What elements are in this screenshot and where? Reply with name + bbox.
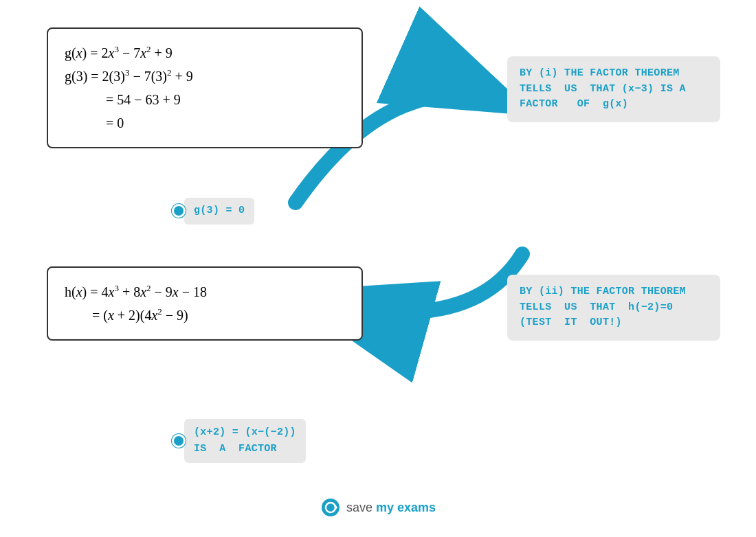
bottom-math-box: h(x) = 4x3 + 8x2 − 9x − 18 = (x + 2)(4x2…	[47, 266, 363, 341]
logo: save my exams	[320, 497, 436, 518]
bottom-math-line1: h(x) = 4x3 + 8x2 − 9x − 18	[65, 280, 345, 304]
top-info-box: BY (i) THE FACTOR THEOREM TELLS US THAT …	[507, 56, 720, 122]
top-math-line3: = 54 − 63 + 9	[65, 88, 345, 111]
top-math-box: g(x) = 2x3 − 7x2 + 9 g(3) = 2(3)3 − 7(3)…	[47, 27, 363, 148]
bottom-math-line2: = (x + 2)(4x2 − 9)	[65, 304, 345, 327]
bottom-info-box: BY (ii) THE FACTOR THEOREM TELLS US THAT…	[507, 275, 720, 341]
top-math-line4: = 0	[65, 111, 345, 135]
bottom-tag-box: (x+2) = (x−(−2)) IS A FACTOR	[184, 419, 306, 463]
logo-text: save my exams	[346, 501, 436, 515]
top-math-line1: g(x) = 2x3 − 7x2 + 9	[65, 41, 345, 65]
top-info-text: BY (i) THE FACTOR THEOREM TELLS US THAT …	[520, 67, 686, 110]
top-math-line2: g(3) = 2(3)3 − 7(3)2 + 9	[65, 65, 345, 88]
bottom-info-text: BY (ii) THE FACTOR THEOREM TELLS US THAT…	[520, 286, 686, 328]
top-tag-box: g(3) = 0	[184, 198, 254, 225]
top-tag-text: g(3) = 0	[194, 205, 245, 216]
bottom-tag-line1: (x+2) = (x−(−2))	[194, 426, 296, 438]
logo-icon	[320, 497, 341, 518]
bottom-tag-line2: IS A FACTOR	[194, 443, 277, 455]
